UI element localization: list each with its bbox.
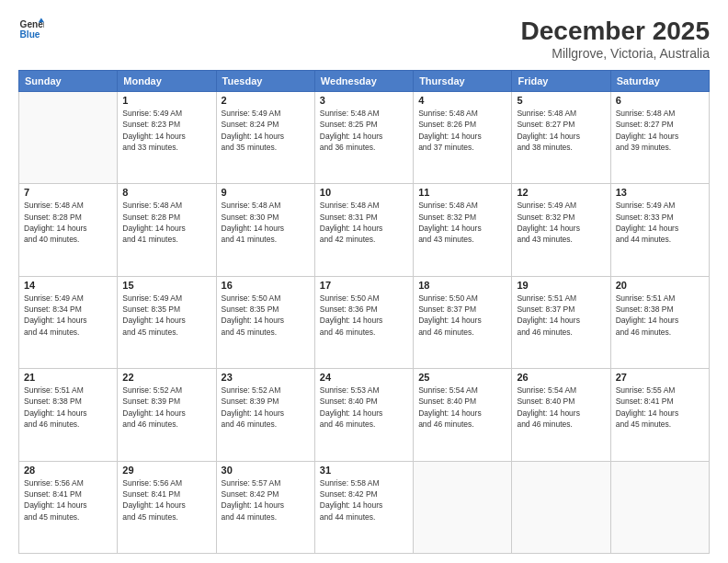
cell-details: Sunrise: 5:51 AMSunset: 8:37 PMDaylight:… xyxy=(517,293,605,338)
day-number: 31 xyxy=(320,465,408,476)
calendar-cell: 17Sunrise: 5:50 AMSunset: 8:36 PMDayligh… xyxy=(314,276,413,368)
calendar-title: December 2025 xyxy=(521,17,710,46)
header: General Blue December 2025 Millgrove, Vi… xyxy=(18,17,710,61)
calendar-cell: 16Sunrise: 5:50 AMSunset: 8:35 PMDayligh… xyxy=(216,276,314,368)
calendar-cell: 31Sunrise: 5:58 AMSunset: 8:42 PMDayligh… xyxy=(314,461,413,553)
calendar-cell: 26Sunrise: 5:54 AMSunset: 8:40 PMDayligh… xyxy=(512,369,610,461)
calendar-week-2: 7Sunrise: 5:48 AMSunset: 8:28 PMDaylight… xyxy=(19,184,710,276)
calendar-cell: 7Sunrise: 5:48 AMSunset: 8:28 PMDaylight… xyxy=(19,184,118,276)
day-header-monday: Monday xyxy=(118,71,216,92)
day-number: 28 xyxy=(24,465,112,476)
calendar-cell: 12Sunrise: 5:49 AMSunset: 8:32 PMDayligh… xyxy=(512,184,610,276)
calendar-cell: 10Sunrise: 5:48 AMSunset: 8:31 PMDayligh… xyxy=(314,184,413,276)
logo-icon: General Blue xyxy=(18,17,44,42)
calendar-cell: 25Sunrise: 5:54 AMSunset: 8:40 PMDayligh… xyxy=(414,369,512,461)
day-number: 27 xyxy=(616,372,704,383)
calendar-cell: 19Sunrise: 5:51 AMSunset: 8:37 PMDayligh… xyxy=(512,276,610,368)
day-number: 25 xyxy=(418,372,506,383)
cell-details: Sunrise: 5:52 AMSunset: 8:39 PMDaylight:… xyxy=(122,385,210,430)
cell-details: Sunrise: 5:48 AMSunset: 8:30 PMDaylight:… xyxy=(222,200,310,245)
cell-details: Sunrise: 5:54 AMSunset: 8:40 PMDaylight:… xyxy=(418,385,506,430)
day-number: 23 xyxy=(222,372,310,383)
day-number: 29 xyxy=(122,465,210,476)
page: General Blue December 2025 Millgrove, Vi… xyxy=(0,0,728,563)
cell-details: Sunrise: 5:52 AMSunset: 8:39 PMDaylight:… xyxy=(222,385,310,430)
cell-details: Sunrise: 5:58 AMSunset: 8:42 PMDaylight:… xyxy=(320,477,408,523)
calendar-cell: 5Sunrise: 5:48 AMSunset: 8:27 PMDaylight… xyxy=(512,92,610,184)
calendar-week-3: 14Sunrise: 5:49 AMSunset: 8:34 PMDayligh… xyxy=(19,276,710,368)
calendar-cell: 18Sunrise: 5:50 AMSunset: 8:37 PMDayligh… xyxy=(414,276,512,368)
calendar-cell: 11Sunrise: 5:48 AMSunset: 8:32 PMDayligh… xyxy=(414,184,512,276)
cell-details: Sunrise: 5:57 AMSunset: 8:42 PMDaylight:… xyxy=(222,477,310,523)
cell-details: Sunrise: 5:49 AMSunset: 8:32 PMDaylight:… xyxy=(517,200,605,245)
calendar-cell: 4Sunrise: 5:48 AMSunset: 8:26 PMDaylight… xyxy=(414,92,512,184)
svg-text:Blue: Blue xyxy=(20,29,40,40)
calendar-cell: 30Sunrise: 5:57 AMSunset: 8:42 PMDayligh… xyxy=(216,461,314,553)
cell-details: Sunrise: 5:49 AMSunset: 8:35 PMDaylight:… xyxy=(122,293,210,338)
calendar-cell: 22Sunrise: 5:52 AMSunset: 8:39 PMDayligh… xyxy=(118,369,216,461)
cell-details: Sunrise: 5:48 AMSunset: 8:28 PMDaylight:… xyxy=(122,200,210,245)
day-header-wednesday: Wednesday xyxy=(314,71,413,92)
cell-details: Sunrise: 5:48 AMSunset: 8:25 PMDaylight:… xyxy=(320,108,408,153)
day-number: 16 xyxy=(222,280,310,291)
calendar-cell: 1Sunrise: 5:49 AMSunset: 8:23 PMDaylight… xyxy=(118,92,216,184)
calendar-cell: 2Sunrise: 5:49 AMSunset: 8:24 PMDaylight… xyxy=(216,92,314,184)
day-number: 18 xyxy=(418,280,506,291)
calendar-cell xyxy=(610,461,709,553)
cell-details: Sunrise: 5:49 AMSunset: 8:33 PMDaylight:… xyxy=(616,200,704,245)
day-number: 7 xyxy=(24,187,112,198)
calendar-week-4: 21Sunrise: 5:51 AMSunset: 8:38 PMDayligh… xyxy=(19,369,710,461)
calendar-week-1: 1Sunrise: 5:49 AMSunset: 8:23 PMDaylight… xyxy=(19,92,710,184)
day-header-saturday: Saturday xyxy=(610,71,709,92)
calendar-cell: 28Sunrise: 5:56 AMSunset: 8:41 PMDayligh… xyxy=(19,461,118,553)
cell-details: Sunrise: 5:54 AMSunset: 8:40 PMDaylight:… xyxy=(517,385,605,430)
cell-details: Sunrise: 5:51 AMSunset: 8:38 PMDaylight:… xyxy=(616,293,704,338)
calendar-cell xyxy=(19,92,118,184)
title-block: December 2025 Millgrove, Victoria, Austr… xyxy=(521,17,710,61)
day-number: 30 xyxy=(222,465,310,476)
calendar-cell: 21Sunrise: 5:51 AMSunset: 8:38 PMDayligh… xyxy=(19,369,118,461)
day-number: 4 xyxy=(418,95,506,106)
cell-details: Sunrise: 5:48 AMSunset: 8:27 PMDaylight:… xyxy=(517,108,605,153)
cell-details: Sunrise: 5:49 AMSunset: 8:24 PMDaylight:… xyxy=(222,108,310,153)
day-number: 3 xyxy=(320,95,408,106)
cell-details: Sunrise: 5:48 AMSunset: 8:32 PMDaylight:… xyxy=(418,200,506,245)
cell-details: Sunrise: 5:56 AMSunset: 8:41 PMDaylight:… xyxy=(24,477,112,523)
calendar-subtitle: Millgrove, Victoria, Australia xyxy=(521,46,710,61)
day-number: 21 xyxy=(24,372,112,383)
cell-details: Sunrise: 5:51 AMSunset: 8:38 PMDaylight:… xyxy=(24,385,112,430)
cell-details: Sunrise: 5:49 AMSunset: 8:23 PMDaylight:… xyxy=(122,108,210,153)
calendar-cell xyxy=(512,461,610,553)
day-number: 26 xyxy=(517,372,605,383)
cell-details: Sunrise: 5:50 AMSunset: 8:36 PMDaylight:… xyxy=(320,293,408,338)
day-number: 14 xyxy=(24,280,112,291)
cell-details: Sunrise: 5:56 AMSunset: 8:41 PMDaylight:… xyxy=(122,477,210,523)
cell-details: Sunrise: 5:48 AMSunset: 8:31 PMDaylight:… xyxy=(320,200,408,245)
day-number: 9 xyxy=(222,187,310,198)
day-number: 10 xyxy=(320,187,408,198)
day-number: 11 xyxy=(418,187,506,198)
cell-details: Sunrise: 5:48 AMSunset: 8:27 PMDaylight:… xyxy=(616,108,704,153)
day-number: 19 xyxy=(517,280,605,291)
calendar-cell: 15Sunrise: 5:49 AMSunset: 8:35 PMDayligh… xyxy=(118,276,216,368)
cell-details: Sunrise: 5:48 AMSunset: 8:28 PMDaylight:… xyxy=(24,200,112,245)
calendar-week-5: 28Sunrise: 5:56 AMSunset: 8:41 PMDayligh… xyxy=(19,461,710,553)
cell-details: Sunrise: 5:55 AMSunset: 8:41 PMDaylight:… xyxy=(616,385,704,430)
calendar-cell: 29Sunrise: 5:56 AMSunset: 8:41 PMDayligh… xyxy=(118,461,216,553)
calendar-cell xyxy=(414,461,512,553)
cell-details: Sunrise: 5:53 AMSunset: 8:40 PMDaylight:… xyxy=(320,385,408,430)
calendar-cell: 27Sunrise: 5:55 AMSunset: 8:41 PMDayligh… xyxy=(610,369,709,461)
day-number: 20 xyxy=(616,280,704,291)
day-number: 22 xyxy=(122,372,210,383)
calendar-cell: 3Sunrise: 5:48 AMSunset: 8:25 PMDaylight… xyxy=(314,92,413,184)
logo: General Blue xyxy=(18,17,44,42)
day-header-tuesday: Tuesday xyxy=(216,71,314,92)
day-header-thursday: Thursday xyxy=(414,71,512,92)
day-number: 5 xyxy=(517,95,605,106)
calendar-cell: 9Sunrise: 5:48 AMSunset: 8:30 PMDaylight… xyxy=(216,184,314,276)
cell-details: Sunrise: 5:50 AMSunset: 8:35 PMDaylight:… xyxy=(222,293,310,338)
calendar-cell: 23Sunrise: 5:52 AMSunset: 8:39 PMDayligh… xyxy=(216,369,314,461)
cell-details: Sunrise: 5:50 AMSunset: 8:37 PMDaylight:… xyxy=(418,293,506,338)
day-header-sunday: Sunday xyxy=(19,71,118,92)
day-number: 15 xyxy=(122,280,210,291)
